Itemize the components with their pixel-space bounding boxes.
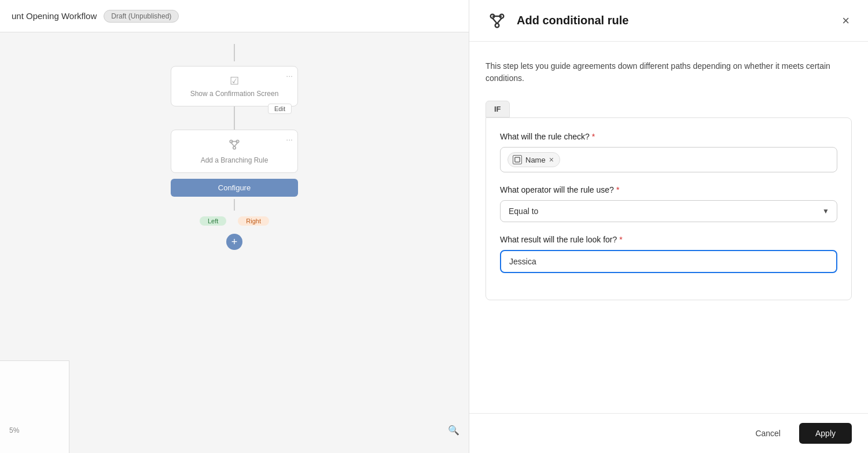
required-star-1: * [592, 132, 595, 141]
workflow-title: unt Opening Workflow [12, 11, 97, 21]
panel-footer: Cancel Apply [469, 413, 868, 453]
mini-sidebar [0, 360, 69, 453]
field-group-1: What will the rule check?* Name × [500, 132, 837, 172]
operator-select[interactable]: Equal to Not equal to Contains Does not … [500, 200, 837, 222]
zoom-controls: 5% 🔍 [0, 425, 469, 436]
token-label: Name [525, 156, 546, 164]
zoom-out-button[interactable]: 🔍 [448, 425, 459, 436]
field3-label: What result will the rule look for?* [500, 235, 837, 244]
description-text: This step lets you guide agreements down… [486, 60, 852, 84]
branching-icon [181, 138, 288, 154]
field2-label: What operator will the rule use?* [500, 185, 837, 194]
confirmation-label: Show a Confirmation Screen [181, 90, 288, 98]
branching-node: Add a Branching Rule ··· [171, 130, 298, 173]
result-input[interactable] [500, 250, 837, 273]
panel-header: Add conditional rule × [469, 0, 868, 42]
right-panel: Add conditional rule × This step lets yo… [469, 0, 868, 453]
confirmation-icon: ☑ [181, 75, 288, 87]
token-input-field[interactable]: Name × [500, 147, 837, 172]
workflow-background: unt Opening Workflow Draft (Unpublished)… [0, 0, 469, 453]
apply-button[interactable]: Apply [799, 423, 852, 444]
confirmation-node: ☑ Show a Confirmation Screen ··· Edit [171, 66, 298, 106]
operator-select-wrapper: Equal to Not equal to Contains Does not … [500, 200, 837, 222]
token-remove-button[interactable]: × [549, 156, 554, 164]
svg-point-8 [495, 23, 499, 27]
required-star-3: * [619, 235, 622, 244]
workflow-canvas: ☑ Show a Confirmation Screen ··· Edit Ad… [0, 32, 469, 453]
panel-header-left: Add conditional rule [486, 9, 628, 32]
configure-btn-wrapper: Configure [171, 176, 298, 199]
panel-icon [486, 9, 509, 32]
name-token-icon [513, 155, 522, 164]
panel-title: Add conditional rule [517, 14, 628, 27]
branch-left-pill: Left [200, 216, 226, 226]
branching-menu-dots[interactable]: ··· [286, 135, 293, 144]
connector-line-2 [234, 106, 235, 130]
field-group-3: What result will the rule look for?* [500, 235, 837, 273]
field1-label: What will the rule check?* [500, 132, 837, 141]
zoom-level-text: 5% [9, 426, 19, 434]
name-token: Name × [507, 152, 560, 167]
branching-label: Add a Branching Rule [181, 156, 288, 164]
required-star-2: * [616, 185, 619, 194]
workflow-header: unt Opening Workflow Draft (Unpublished) [0, 0, 469, 32]
node-menu-dots[interactable]: ··· [286, 71, 293, 80]
close-button[interactable]: × [840, 12, 852, 30]
connector-line-3 [234, 199, 235, 211]
configure-button[interactable]: Configure [171, 179, 298, 197]
connector-line [234, 44, 235, 61]
cancel-button[interactable]: Cancel [744, 423, 792, 444]
add-step-button[interactable]: + [226, 234, 242, 250]
branch-right-pill: Right [238, 216, 269, 226]
if-badge: IF [486, 101, 510, 117]
rule-box: What will the rule check?* Name × [486, 117, 852, 300]
field-group-2: What operator will the rule use?* Equal … [500, 185, 837, 222]
svg-rect-12 [515, 157, 520, 162]
svg-line-3 [231, 143, 235, 146]
svg-line-9 [492, 18, 497, 23]
panel-body: This step lets you guide agreements down… [469, 42, 868, 413]
draft-badge: Draft (Unpublished) [104, 10, 179, 23]
svg-line-4 [234, 143, 238, 146]
branch-row: Left Right [200, 216, 269, 226]
svg-point-2 [233, 146, 236, 149]
svg-line-10 [497, 18, 502, 23]
edit-button[interactable]: Edit [268, 104, 292, 114]
add-plus-wrapper: + [226, 234, 242, 250]
